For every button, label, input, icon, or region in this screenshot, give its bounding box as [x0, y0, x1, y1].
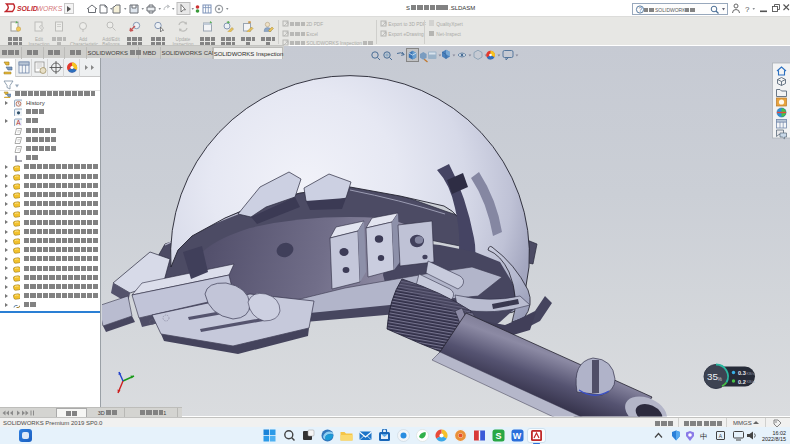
- svg-text:?: ?: [638, 6, 642, 13]
- svg-text:WORKS: WORKS: [37, 5, 63, 12]
- svg-text:W: W: [513, 431, 522, 441]
- svg-text:SOLID: SOLID: [17, 5, 38, 12]
- svg-text:A: A: [16, 119, 21, 126]
- svg-text:S: S: [495, 431, 501, 441]
- svg-text:?: ?: [745, 5, 750, 14]
